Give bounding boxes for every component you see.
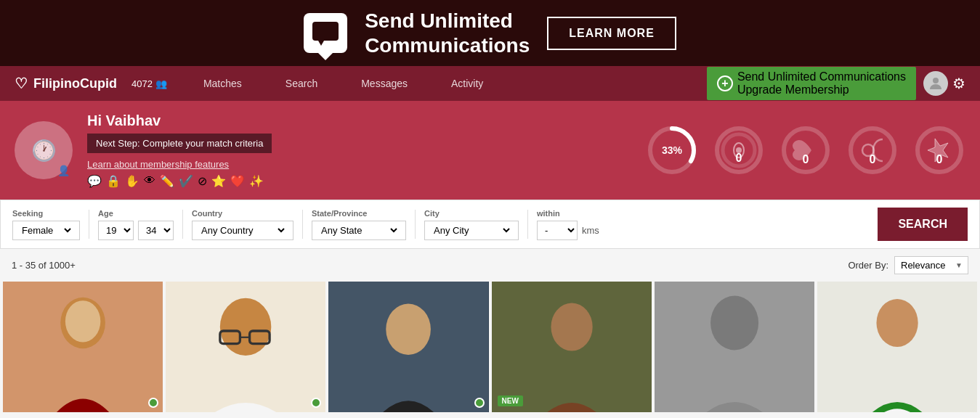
heart-icon: ♡ (15, 75, 28, 92)
greeting: Hi Vaibhav (87, 112, 631, 129)
state-filter: State/Province Any State (312, 209, 406, 240)
svg-point-18 (220, 298, 271, 356)
profile-info: Hi Vaibhav Next Step: Complete your matc… (87, 112, 631, 188)
within-select[interactable]: -102550100 (537, 221, 578, 240)
star-feature-icon[interactable]: ⭐ (211, 174, 226, 188)
check-icon[interactable]: ✔️ (179, 174, 193, 188)
age-filter: Age 19202530 34354050 (98, 209, 174, 240)
photo-card-6[interactable] (817, 282, 977, 412)
nav-search[interactable]: Search (264, 66, 339, 101)
banner-text: Send UnlimitedCommunications (365, 9, 530, 57)
country-dropdown[interactable]: Any Country Philippines (198, 224, 287, 237)
profile-avatar[interactable]: 🕐 👤 (15, 121, 73, 179)
photo-grid: NEW (0, 282, 980, 412)
within-filter: within -102550100 kms (537, 209, 599, 240)
svg-rect-0 (312, 22, 339, 41)
divider-4 (415, 210, 416, 239)
photo-card-2[interactable] (166, 282, 325, 412)
within-label: within (537, 209, 599, 218)
learn-more-button[interactable]: LEARN MORE (547, 17, 676, 50)
country-select-wrap[interactable]: Any Country Philippines (192, 221, 293, 240)
upgrade-text: Send Unlimited Communications Upgrade Me… (737, 70, 906, 97)
state-select-wrap[interactable]: Any State (312, 221, 406, 240)
order-select[interactable]: Relevance Newest Last Active (894, 256, 968, 274)
nav-activity[interactable]: Activity (429, 66, 505, 101)
state-dropdown[interactable]: Any State (318, 224, 400, 237)
svg-rect-27 (492, 282, 652, 412)
seeking-dropdown[interactable]: Female Male Everyone (19, 224, 73, 237)
lock-icon[interactable]: 🔒 (106, 174, 121, 188)
results-count: 1 - 35 of 1000+ (12, 260, 76, 271)
svg-point-32 (876, 299, 918, 347)
visitors-stat[interactable]: 0 (846, 124, 899, 176)
chat-icon (304, 13, 347, 53)
nav-links: Matches Search Messages Activity (182, 66, 707, 101)
svg-marker-1 (318, 41, 324, 46)
within-group: -102550100 kms (537, 221, 599, 240)
navbar: ♡ FilipinoCupid 4072 👥 Matches Search Me… (0, 66, 980, 101)
profile-banner: 🕐 👤 Hi Vaibhav Next Step: Complete your … (0, 101, 980, 200)
svg-point-16 (65, 300, 100, 342)
search-button[interactable]: SEARCH (878, 208, 968, 241)
age-to-select[interactable]: 34354050 (138, 221, 174, 240)
order-by-area: Order By: Relevance Newest Last Active (848, 256, 968, 274)
settings-icon[interactable]: ⚙ (952, 75, 965, 92)
browse-icon[interactable]: 👁 (144, 174, 155, 188)
logo-text: FilipinoCupid (33, 76, 117, 91)
photo-card-1[interactable] (3, 282, 163, 412)
city-dropdown[interactable]: Any City (431, 224, 512, 237)
age-range: 19202530 34354050 (98, 221, 174, 240)
divider-5 (527, 210, 528, 239)
promo-banner: Send UnlimitedCommunications LEARN MORE (0, 0, 980, 66)
clock-icon: 🕐 (31, 139, 57, 163)
seeking-filter: Seeking Female Male Everyone (12, 209, 80, 240)
plus-icon: + (717, 75, 733, 91)
age-label: Age (98, 209, 174, 218)
order-select-wrap[interactable]: Relevance Newest Last Active (894, 256, 968, 274)
photo-card-5[interactable] (655, 282, 814, 412)
seeking-select[interactable]: Female Male Everyone (12, 221, 80, 240)
divider-1 (89, 210, 89, 239)
divider-2 (182, 210, 183, 239)
country-filter: Country Any Country Philippines (192, 209, 293, 240)
next-step-button[interactable]: Next Step: Complete your match criteria (87, 134, 272, 153)
profile-complete-stat[interactable]: 33% (646, 124, 698, 176)
member-count: 4072 👥 (131, 78, 167, 89)
city-select-wrap[interactable]: Any City (424, 221, 519, 240)
photo-card-4[interactable]: NEW (492, 282, 652, 412)
state-label: State/Province (312, 209, 406, 218)
wand-icon[interactable]: ✨ (249, 174, 264, 188)
photo-card-3[interactable] (328, 282, 488, 412)
seeking-label: Seeking (12, 209, 80, 218)
avatar[interactable] (923, 71, 948, 96)
edit-icon[interactable]: ✏️ (160, 174, 174, 188)
people-icon: 👥 (155, 78, 167, 89)
heart-feature-icon[interactable]: ❤️ (230, 174, 245, 188)
upgrade-button[interactable]: + Send Unlimited Communications Upgrade … (707, 67, 916, 100)
hand-icon[interactable]: ✋ (125, 174, 139, 188)
svg-rect-30 (655, 282, 814, 412)
country-label: Country (192, 209, 293, 218)
logo[interactable]: ♡ FilipinoCupid (15, 75, 117, 92)
age-from-select[interactable]: 19202530 (98, 221, 134, 240)
online-indicator-3 (474, 398, 485, 408)
results-bar: 1 - 35 of 1000+ Order By: Relevance Newe… (0, 249, 980, 282)
chat-feature-icon[interactable]: 💬 (87, 174, 102, 188)
nav-messages[interactable]: Messages (339, 66, 429, 101)
nav-matches[interactable]: Matches (182, 66, 264, 101)
favorites-stat[interactable]: 0 (913, 124, 965, 176)
divider-3 (302, 210, 303, 239)
no-icon[interactable]: ⊘ (198, 174, 207, 188)
svg-point-24 (386, 304, 432, 355)
stats-area: 33% 0 0 (646, 124, 965, 176)
likes-stat[interactable]: 0 (779, 124, 832, 176)
kms-label: kms (582, 225, 599, 236)
city-filter: City Any City (424, 209, 519, 240)
views-stat[interactable]: 0 (713, 124, 765, 176)
feature-icons: 💬 🔒 ✋ 👁 ✏️ ✔️ ⊘ ⭐ ❤️ ✨ (87, 174, 631, 188)
search-filter-bar: Seeking Female Male Everyone Age 1920253… (0, 200, 980, 249)
new-badge-4: NEW (498, 396, 523, 406)
order-by-label: Order By: (848, 260, 888, 271)
city-label: City (424, 209, 519, 218)
learn-membership-link[interactable]: Learn about membership features (87, 159, 631, 170)
